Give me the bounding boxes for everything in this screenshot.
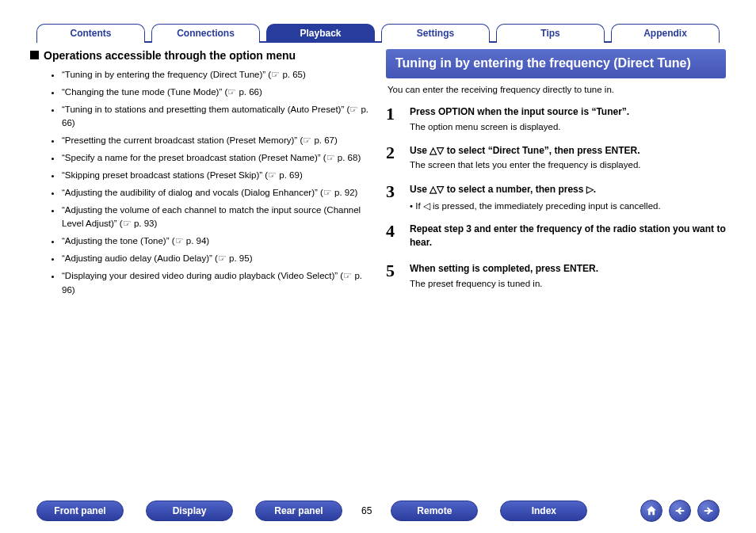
- nav-icons: [640, 500, 720, 522]
- option-menu-list: “Tuning in by entering the frequency (Di…: [30, 68, 370, 297]
- section-intro: You can enter the receiving frequency di…: [388, 85, 724, 94]
- step-1: 1 Press OPTION when the input source is …: [386, 105, 726, 133]
- step-note: The option menu screen is displayed.: [410, 120, 726, 133]
- bottom-bar: Front panel Display Rear panel 65 Remote…: [36, 498, 720, 523]
- tab-settings[interactable]: Settings: [381, 24, 490, 43]
- next-icon[interactable]: [697, 500, 720, 522]
- step-number: 4: [386, 223, 400, 251]
- step-title: Press OPTION when the input source is “T…: [410, 105, 726, 119]
- step-title: When setting is completed, press ENTER.: [410, 262, 726, 276]
- step-sub: If ◁ is pressed, the immediately precedi…: [410, 200, 726, 211]
- remote-button[interactable]: Remote: [391, 501, 478, 521]
- list-item[interactable]: “Skipping preset broadcast stations (Pre…: [62, 169, 370, 183]
- list-item[interactable]: “Specify a name for the preset broadcast…: [62, 151, 370, 166]
- step-note: The preset frequency is tuned in.: [410, 277, 726, 290]
- list-item[interactable]: “Adjusting the tone (Tone)” (☞ p. 94): [62, 234, 370, 249]
- left-heading-text: Operations accessible through the option…: [44, 49, 296, 62]
- step-title: Use △▽ to select a number, then press ▷.: [410, 183, 726, 196]
- prev-icon[interactable]: [669, 500, 691, 522]
- step-number: 5: [386, 262, 400, 290]
- step-number: 2: [386, 144, 400, 172]
- list-item[interactable]: “Adjusting the volume of each channel to…: [62, 204, 370, 232]
- tab-appendix[interactable]: Appendix: [611, 24, 720, 43]
- step-note: The screen that lets you enter the frequ…: [410, 158, 726, 171]
- square-bullet-icon: [30, 51, 39, 59]
- list-item[interactable]: “Displaying your desired video during au…: [62, 269, 370, 298]
- home-icon[interactable]: [640, 500, 662, 522]
- front-panel-button[interactable]: Front panel: [36, 501, 124, 521]
- left-heading: Operations accessible through the option…: [30, 49, 370, 62]
- rear-panel-button[interactable]: Rear panel: [255, 501, 342, 521]
- step-3: 3 Use △▽ to select a number, then press …: [386, 183, 726, 212]
- list-item[interactable]: “Adjusting the audibility of dialog and …: [62, 186, 370, 200]
- tab-playback[interactable]: Playback: [266, 24, 375, 43]
- tab-contents[interactable]: Contents: [36, 24, 145, 43]
- top-tab-bar: Contents Connections Playback Settings T…: [36, 24, 720, 43]
- step-2: 2 Use △▽ to select “Direct Tune”, then p…: [386, 144, 726, 172]
- page-number: 65: [361, 505, 372, 516]
- list-item[interactable]: “Tuning in to stations and presetting th…: [62, 103, 370, 131]
- step-4: 4 Repeat step 3 and enter the frequency …: [386, 223, 726, 251]
- section-title: Tuning in by entering the frequency (Dir…: [386, 49, 726, 78]
- list-item[interactable]: “Presetting the current broadcast statio…: [62, 134, 370, 148]
- left-column: Operations accessible through the option…: [30, 49, 370, 478]
- step-5: 5 When setting is completed, press ENTER…: [386, 262, 726, 290]
- tab-tips[interactable]: Tips: [496, 24, 605, 43]
- step-number: 3: [386, 183, 400, 212]
- list-item[interactable]: “Tuning in by entering the frequency (Di…: [62, 68, 370, 82]
- list-item[interactable]: “Changing the tune mode (Tune Mode)” (☞ …: [62, 86, 370, 100]
- step-title: Repeat step 3 and enter the frequency of…: [410, 223, 726, 249]
- list-item[interactable]: “Adjusting audio delay (Audio Delay)” (☞…: [62, 252, 370, 266]
- step-title: Use △▽ to select “Direct Tune”, then pre…: [410, 144, 726, 158]
- index-button[interactable]: Index: [500, 501, 587, 521]
- page-content: Operations accessible through the option…: [30, 49, 726, 478]
- step-number: 1: [386, 105, 400, 133]
- right-column: Tuning in by entering the frequency (Dir…: [386, 49, 726, 478]
- tab-connections[interactable]: Connections: [151, 24, 260, 43]
- display-button[interactable]: Display: [146, 501, 233, 521]
